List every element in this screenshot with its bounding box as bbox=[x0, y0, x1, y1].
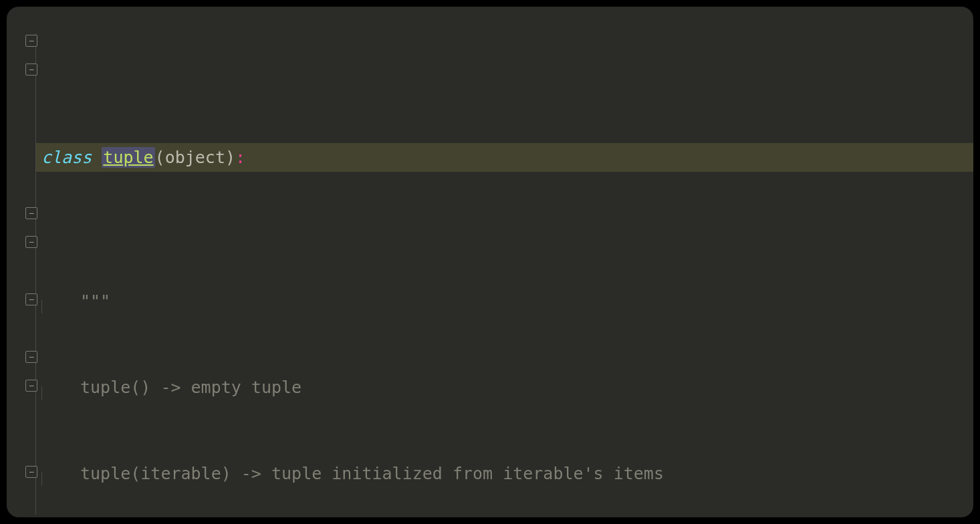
docstring-text: tuple(iterable) -> tuple initialized fro… bbox=[80, 464, 664, 483]
code-line[interactable]: class tuple(object): bbox=[36, 143, 973, 172]
gutter bbox=[7, 7, 36, 517]
code-line[interactable]: """ bbox=[36, 287, 973, 315]
code-area[interactable]: class tuple(object): """ tuple() -> empt… bbox=[36, 28, 973, 517]
code-line[interactable]: tuple(iterable) -> tuple initialized fro… bbox=[36, 459, 973, 488]
colon: : bbox=[235, 148, 245, 167]
docstring-text: tuple() -> empty tuple bbox=[80, 378, 301, 397]
editor-frame: class tuple(object): """ tuple() -> empt… bbox=[7, 7, 973, 517]
highlight-box: tuple bbox=[102, 147, 154, 168]
code-line[interactable]: tuple() -> empty tuple bbox=[36, 373, 973, 402]
space bbox=[92, 148, 102, 167]
docstring-quote: """ bbox=[80, 291, 110, 311]
base-object: object bbox=[165, 148, 225, 167]
lparen: ( bbox=[155, 148, 165, 167]
code-editor[interactable]: class tuple(object): """ tuple() -> empt… bbox=[7, 7, 973, 517]
class-name-tuple: tuple bbox=[103, 148, 153, 167]
rparen: ) bbox=[225, 148, 235, 167]
keyword-class: class bbox=[41, 148, 92, 167]
